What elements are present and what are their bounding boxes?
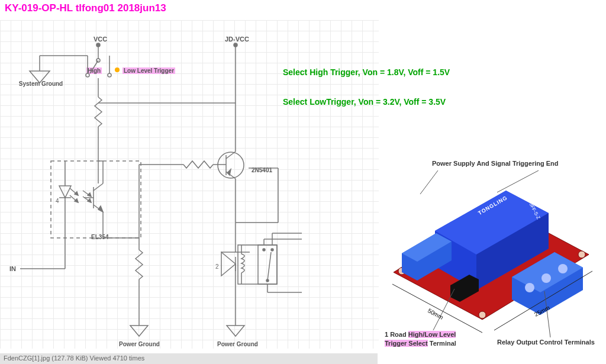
svg-point-12	[108, 73, 111, 77]
trigger-select-label: 1 Road High/Low Level Trigger Select Ter…	[385, 330, 456, 348]
svg-point-96	[541, 273, 551, 283]
svg-marker-58	[221, 252, 236, 276]
svg-point-65	[263, 249, 265, 251]
svg-point-8	[86, 73, 89, 77]
relay-output-label: Relay Output Control Terminals	[497, 339, 595, 346]
svg-line-68	[267, 252, 271, 281]
svg-line-80	[420, 170, 438, 194]
module-photo: Power Supply And Signal Triggering End	[379, 160, 601, 355]
svg-marker-54	[227, 326, 244, 336]
road-prefix: 1 Road	[385, 331, 408, 338]
svg-point-49	[218, 152, 244, 178]
svg-marker-53	[130, 326, 148, 336]
svg-point-95	[525, 283, 534, 292]
road-hl2: Trigger Select	[385, 340, 428, 347]
module-photo-svg	[379, 160, 601, 355]
svg-point-1	[96, 43, 100, 47]
svg-line-81	[497, 170, 539, 192]
svg-marker-39	[88, 199, 91, 202]
svg-marker-37	[88, 193, 91, 197]
svg-marker-21	[59, 186, 71, 198]
svg-marker-32	[98, 206, 103, 212]
svg-point-66	[271, 249, 273, 251]
svg-rect-19	[51, 161, 141, 238]
page-title: KY-019-OP-HL tlfong01 2018jun13	[5, 2, 166, 14]
svg-marker-5	[30, 71, 50, 83]
svg-line-30	[94, 183, 103, 191]
svg-point-3	[234, 43, 237, 47]
image-footer: FdenCZG[1].jpg (127.78 KiB) Viewed 4710 …	[0, 353, 378, 364]
svg-point-85	[578, 251, 585, 258]
svg-point-14	[115, 67, 120, 72]
schematic-svg	[0, 20, 379, 363]
svg-point-97	[558, 264, 568, 273]
svg-point-86	[479, 311, 486, 318]
road-suffix: Terminal	[428, 340, 456, 347]
svg-line-13	[90, 60, 98, 73]
road-hl1: High/Low Level	[408, 331, 456, 338]
